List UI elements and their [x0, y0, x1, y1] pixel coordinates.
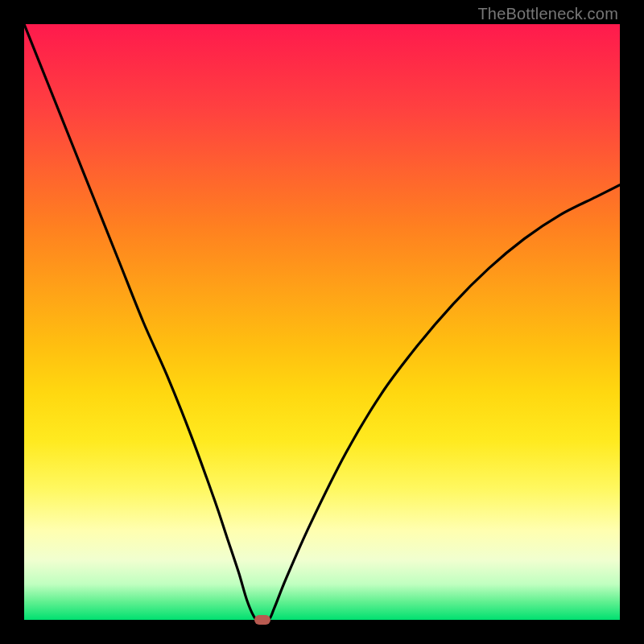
minimum-marker — [254, 615, 270, 625]
plot-area — [24, 24, 620, 620]
bottleneck-curve — [24, 24, 620, 620]
chart-frame: TheBottleneck.com — [0, 0, 644, 644]
watermark-label: TheBottleneck.com — [477, 5, 618, 23]
